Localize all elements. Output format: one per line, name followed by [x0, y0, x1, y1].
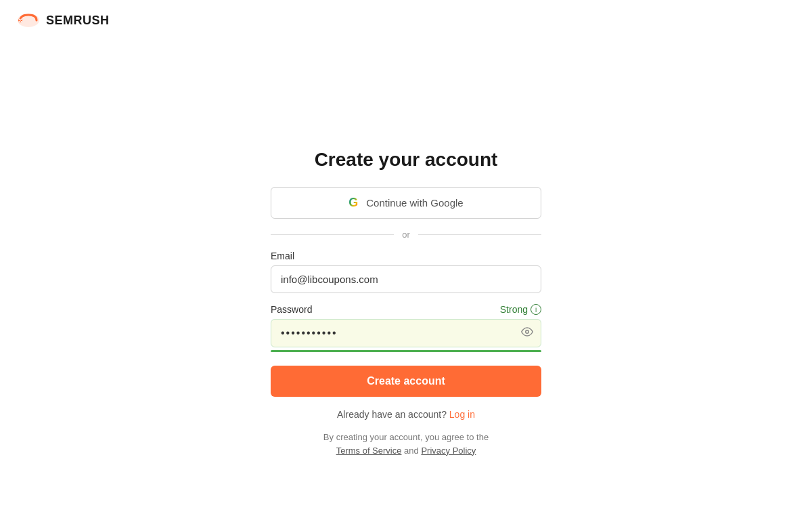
google-button-label: Continue with Google	[366, 197, 463, 209]
semrush-logo-icon	[16, 12, 41, 28]
main-container: Create your account G Continue with Goog…	[0, 0, 812, 518]
email-label: Email	[271, 251, 294, 261]
password-input-wrapper	[271, 319, 541, 347]
registration-form: Create your account G Continue with Goog…	[271, 149, 541, 457]
or-divider: or	[271, 230, 541, 240]
password-label: Password	[271, 304, 312, 315]
login-prompt-text: Already have an account?	[337, 409, 447, 420]
semrush-logo-text: SEMRUSH	[46, 14, 110, 28]
terms-and-text: and	[404, 446, 419, 456]
or-text: or	[402, 230, 410, 240]
password-strength-indicator: Strong i	[500, 304, 541, 315]
create-account-button[interactable]: Create account	[271, 366, 541, 397]
terms-text: By creating your account, you agree to t…	[271, 431, 541, 457]
login-link[interactable]: Log in	[449, 409, 475, 420]
divider-line-right	[418, 234, 541, 235]
privacy-policy-link[interactable]: Privacy Policy	[421, 446, 476, 456]
password-strength-label: Strong	[500, 304, 528, 315]
login-prompt-row: Already have an account? Log in	[271, 409, 541, 420]
terms-of-service-link[interactable]: Terms of Service	[336, 446, 402, 456]
terms-prefix: By creating your account, you agree to t…	[323, 432, 489, 442]
svg-point-2	[526, 330, 529, 334]
page-title: Create your account	[315, 149, 498, 171]
email-input[interactable]	[271, 265, 541, 293]
toggle-password-icon[interactable]	[521, 326, 533, 341]
google-g-icon: G	[348, 196, 358, 210]
strength-info-icon[interactable]: i	[531, 304, 541, 315]
password-label-row: Password Strong i	[271, 304, 541, 315]
google-signin-button[interactable]: G Continue with Google	[271, 187, 541, 219]
site-header: SEMRUSH	[16, 12, 110, 28]
password-strength-bar	[271, 350, 541, 352]
password-input[interactable]	[271, 319, 541, 347]
divider-line-left	[271, 234, 394, 235]
